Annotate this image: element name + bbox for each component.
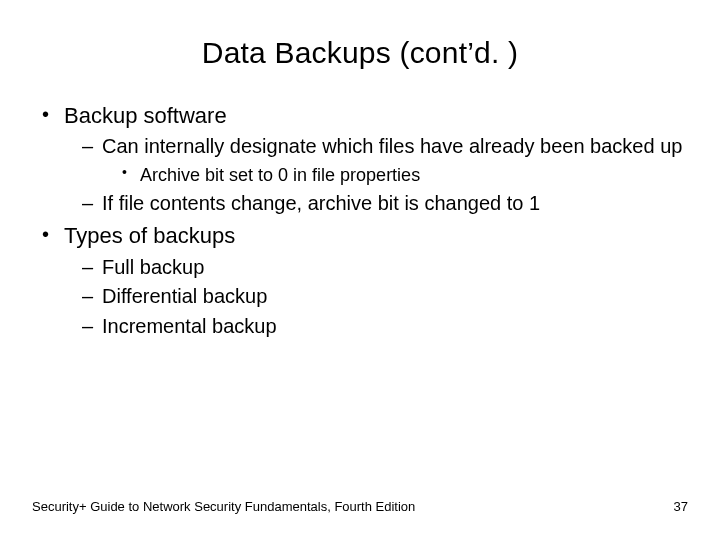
- bullet-list: Backup software Can internally designate…: [32, 102, 688, 339]
- sub2-text: Archive bit set to 0 in file properties: [140, 165, 420, 185]
- sub2-list: Archive bit set to 0 in file properties: [102, 164, 688, 187]
- sub-item: Differential backup: [64, 284, 688, 310]
- sub-text: If file contents change, archive bit is …: [102, 192, 540, 214]
- bullet-item: Backup software Can internally designate…: [32, 102, 688, 216]
- sub-item: Can internally designate which files hav…: [64, 134, 688, 187]
- sub-text: Incremental backup: [102, 315, 277, 337]
- bullet-item: Types of backups Full backup Differentia…: [32, 222, 688, 339]
- slide: Data Backups (cont’d. ) Backup software …: [0, 0, 720, 540]
- bullet-text: Backup software: [64, 103, 227, 128]
- sub2-item: Archive bit set to 0 in file properties: [102, 164, 688, 187]
- sub-item: If file contents change, archive bit is …: [64, 191, 688, 217]
- sub-item: Incremental backup: [64, 314, 688, 340]
- slide-title: Data Backups (cont’d. ): [32, 36, 688, 70]
- page-number: 37: [674, 499, 688, 514]
- sub-text: Can internally designate which files hav…: [102, 135, 682, 157]
- sub-item: Full backup: [64, 255, 688, 281]
- sub-list: Full backup Differential backup Incremen…: [64, 255, 688, 340]
- sub-text: Differential backup: [102, 285, 267, 307]
- sub-list: Can internally designate which files hav…: [64, 134, 688, 216]
- bullet-text: Types of backups: [64, 223, 235, 248]
- footer-source: Security+ Guide to Network Security Fund…: [32, 499, 415, 514]
- sub-text: Full backup: [102, 256, 204, 278]
